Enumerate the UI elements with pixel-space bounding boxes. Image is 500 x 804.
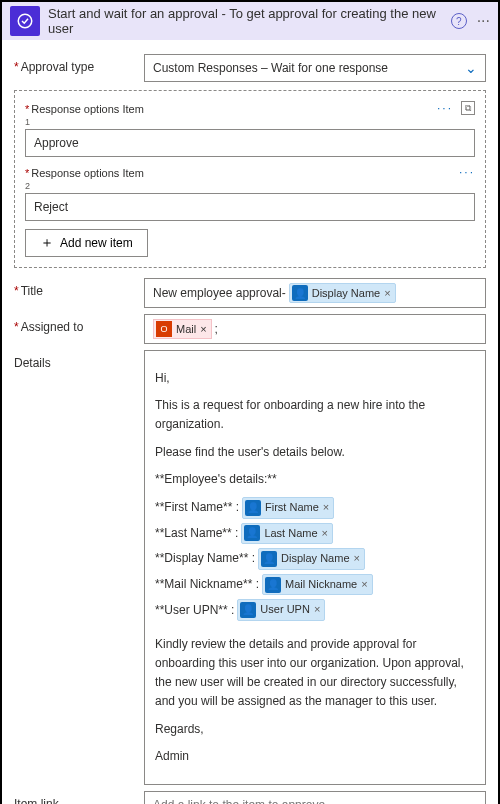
resp-item-menu-2[interactable]: ··· [459, 165, 475, 179]
approval-type-label: Approval type [14, 54, 144, 74]
details-input[interactable]: Hi, This is a request for onboarding a n… [144, 350, 486, 785]
resp-input-2[interactable]: Reject [25, 193, 475, 221]
close-icon[interactable]: × [200, 323, 206, 335]
resp-order-2: 2 [25, 181, 475, 191]
token-mail[interactable]: O Mail × [153, 319, 212, 339]
add-new-item-button[interactable]: ＋ Add new item [25, 229, 148, 257]
plus-icon: ＋ [40, 234, 54, 252]
approval-icon [10, 6, 40, 36]
person-icon: 👤 [292, 285, 308, 301]
resp-label-1: Response options Item [31, 103, 144, 115]
item-link-label: Item link [14, 791, 144, 804]
title-label: Title [14, 278, 144, 298]
details-closing: Kindly review the details and provide ap… [155, 635, 475, 712]
detail-field-label: **Display Name** : [155, 549, 255, 568]
close-icon[interactable]: × [314, 601, 320, 619]
details-greeting: Hi, [155, 369, 475, 388]
details-regards: Regards, [155, 720, 475, 739]
title-prefix: New employee approval- [153, 286, 286, 300]
details-subhead: Please find the user's details below. [155, 443, 475, 462]
details-label: Details [14, 350, 144, 370]
token-display-name-2[interactable]: 👤Display Name× [258, 548, 365, 570]
details-section-title: **Employee's details:** [155, 470, 475, 489]
response-options-group: *Response options Item ··· ⧉ 1 Approve *… [14, 90, 486, 268]
copy-icon[interactable]: ⧉ [461, 101, 475, 115]
person-icon: 👤 [244, 525, 260, 541]
resp-input-1[interactable]: Approve [25, 129, 475, 157]
chevron-down-icon: ⌄ [465, 60, 477, 76]
details-intro: This is a request for onboarding a new h… [155, 396, 475, 434]
title-input[interactable]: New employee approval- 👤 Display Name × [144, 278, 486, 308]
close-icon[interactable]: × [361, 576, 367, 594]
token-display-name[interactable]: 👤 Display Name × [289, 283, 396, 303]
assigned-to-label: Assigned to [14, 314, 144, 334]
close-icon[interactable]: × [384, 287, 390, 299]
resp-value-1: Approve [34, 136, 79, 150]
close-icon[interactable]: × [322, 525, 328, 543]
svg-point-0 [18, 14, 32, 28]
close-icon[interactable]: × [354, 550, 360, 568]
approval-type-value: Custom Responses – Wait for one response [153, 61, 388, 75]
add-new-item-label: Add new item [60, 236, 133, 250]
assigned-to-input[interactable]: O Mail × ; [144, 314, 486, 344]
detail-field-label: **Last Name** : [155, 524, 238, 543]
office-icon: O [156, 321, 172, 337]
person-icon: 👤 [240, 602, 256, 618]
token-last-name[interactable]: 👤Last Name× [241, 523, 333, 545]
help-icon[interactable]: ? [451, 13, 467, 29]
token-first-name[interactable]: 👤First Name× [242, 497, 334, 519]
detail-field-label: **First Name** : [155, 498, 239, 517]
item-link-input[interactable] [144, 791, 486, 804]
token-user-upn[interactable]: 👤User UPN× [237, 599, 325, 621]
resp-item-menu-1[interactable]: ··· [437, 101, 453, 115]
more-icon[interactable]: ··· [477, 12, 490, 30]
person-icon: 👤 [261, 551, 277, 567]
detail-field-label: **User UPN** : [155, 601, 234, 620]
resp-value-2: Reject [34, 200, 68, 214]
details-signature: Admin [155, 747, 475, 766]
close-icon[interactable]: × [323, 499, 329, 517]
token-mail-nickname[interactable]: 👤Mail Nickname× [262, 574, 373, 596]
assigned-suffix: ; [215, 322, 218, 336]
detail-field-label: **Mail Nickname** : [155, 575, 259, 594]
action-header[interactable]: Start and wait for an approval - To get … [2, 2, 498, 40]
person-icon: 👤 [265, 577, 281, 593]
resp-order-1: 1 [25, 117, 475, 127]
person-icon: 👤 [245, 500, 261, 516]
approval-type-select[interactable]: Custom Responses – Wait for one response… [144, 54, 486, 82]
action-title: Start and wait for an approval - To get … [48, 6, 451, 36]
resp-label-2: Response options Item [31, 167, 144, 179]
item-link-field[interactable] [153, 798, 477, 804]
